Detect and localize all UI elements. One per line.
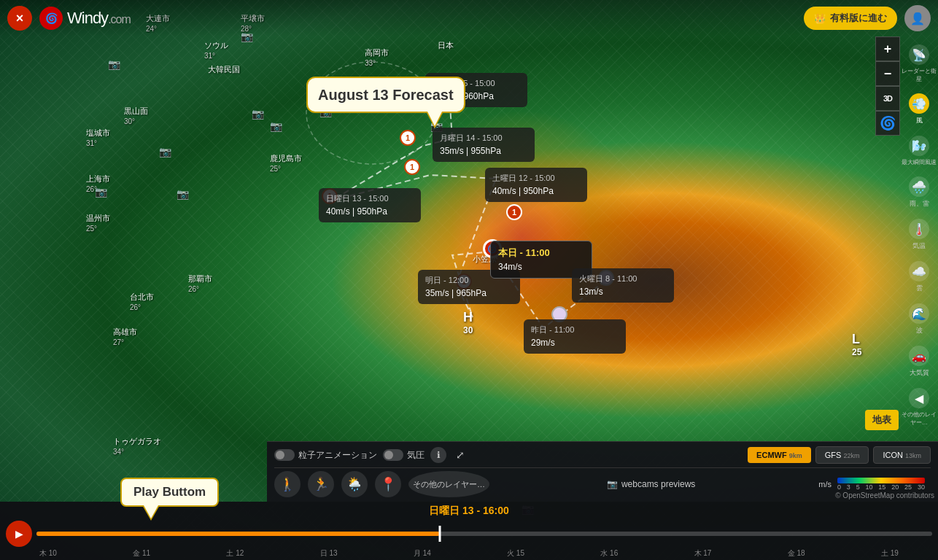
camera-4[interactable]: 📷 (108, 58, 120, 70)
sidebar-label-temp: 気温 (912, 241, 926, 251)
sidebar-item-gust[interactable]: 🌬️ 最大瞬間風速 (900, 131, 938, 171)
sidebar-label-gust: 最大瞬間風速 (902, 158, 937, 166)
user-avatar[interactable]: 👤 (904, 5, 931, 31)
camera-10[interactable]: 📷 (159, 146, 171, 158)
rain-icon: 🌧️ (909, 176, 929, 197)
wind-scale-bar (837, 478, 925, 483)
person-icon: 🚶 (274, 471, 301, 497)
zoom-in-button[interactable]: + (875, 36, 900, 61)
attribution: © OpenStreetMap contributors (835, 491, 934, 499)
sidebar-item-air[interactable]: 🚗 大気質 (900, 341, 938, 382)
gust-icon: 🌬️ (909, 136, 929, 156)
camera-3[interactable]: 📷 (252, 108, 264, 120)
sidebar-item-rain[interactable]: 🌧️ 雨、雷 (900, 172, 938, 213)
gfs-model-button[interactable]: GFS 22km (815, 446, 869, 464)
forecast-annotation: August 13 Forecast (306, 77, 465, 113)
temp-icon: 🌡️ (909, 219, 929, 239)
pressure-l: L25 (852, 332, 861, 357)
3d-button[interactable]: 3D (875, 86, 900, 111)
timeline-cursor (438, 526, 441, 542)
infobox-sat12: 土曜日 12 - 15:00 40m/s | 950hPa (485, 168, 587, 202)
premium-button[interactable]: 👑 有料版に進む (804, 7, 897, 30)
sidebar-label-more: その他のレイヤー… (902, 411, 937, 427)
timeline-progress (36, 532, 440, 536)
typhoon-button[interactable]: 🌀 (875, 111, 900, 136)
cloud-icon: ☁️ (909, 261, 929, 281)
wave-icon: 🌊 (909, 303, 929, 324)
sidebar-label-rain: 雨、雷 (910, 199, 929, 209)
particle-animation-toggle[interactable]: 粒子アニメーション (274, 449, 377, 462)
map-controls: + − 3D 🌀 (875, 36, 900, 136)
more-icon: その他のレイヤー… (408, 471, 489, 497)
sidebar-label-cloud: 雲 (916, 284, 923, 293)
camera-9[interactable]: 📷 (270, 120, 282, 132)
infobox-sun13: 日曜日 13 - 15:00 40m/s | 950hPa (319, 188, 421, 222)
activity-layer-btn[interactable]: 🏃 (308, 471, 334, 497)
camera-5[interactable]: 📷 (95, 186, 107, 198)
wind-scale-numbers: 0351015202530 (837, 483, 925, 491)
sidebar-label-wind: 風 (916, 116, 923, 125)
expand-button[interactable]: ⤢ (452, 447, 468, 463)
sidebar-item-more[interactable]: ◀ その他のレイヤー… (900, 384, 938, 431)
webcam-button[interactable]: 📷 webcams previews (607, 479, 695, 489)
sidebar-label-wave: 波 (916, 326, 923, 335)
camera-6[interactable]: 📷 (177, 188, 189, 200)
sidebar-label-air: 大気質 (910, 368, 929, 378)
infobox-mon14: 月曜日 14 - 15:00 35m/s | 955hPa (433, 128, 535, 162)
info-button[interactable]: ℹ (430, 447, 446, 463)
weather-icon: 🌦️ (341, 471, 368, 497)
pin-layer-btn[interactable]: 📍 (375, 471, 401, 497)
track-dot-1e[interactable]: 1 (400, 130, 416, 146)
sidebar-item-radar[interactable]: 📡 レーダーと衛星 (900, 40, 938, 88)
infobox-yesterday: 昨日 - 11:00 29m/s (524, 319, 626, 354)
webcam-icon: 📷 (607, 479, 618, 489)
windy-logo-text: Windy.com (67, 9, 131, 28)
windy-logo-icon: 🌀 (39, 7, 63, 30)
infobox-tue8: 火曜日 8 - 11:00 13m/s (572, 268, 674, 303)
timeline-track[interactable] (36, 532, 932, 536)
air-icon: 🚗 (909, 346, 929, 366)
pressure-toggle[interactable]: 気圧 (383, 449, 425, 462)
pin-icon: 📍 (375, 471, 401, 497)
right-sidebar: 📡 レーダーと衛星 💨 風 🌬️ 最大瞬間風速 🌧️ 雨、雷 🌡️ 気温 ☁️ … (900, 36, 938, 435)
wind-icon: 💨 (909, 93, 929, 114)
person-layer-btn[interactable]: 🚶 (274, 471, 301, 497)
sidebar-item-cloud[interactable]: ☁️ 雲 (900, 257, 938, 298)
track-dot-1c[interactable]: 1 (404, 159, 420, 175)
more-layers-icon: ◀ (909, 388, 929, 408)
timeline-labels: 木 10金 11土 12日 13月 14火 15水 16木 17金 18土 19 (0, 547, 938, 560)
sidebar-item-wind[interactable]: 💨 風 (900, 89, 938, 130)
model-selector: ECMWF 9km GFS 22km ICON 13km (748, 446, 931, 464)
more-layer-btn[interactable]: その他のレイヤー… (408, 471, 489, 497)
top-bar: × 🌀 Windy.com 👑 有料版に進む 👤 (0, 0, 938, 36)
icon-model-button[interactable]: ICON 13km (873, 446, 931, 464)
surface-button[interactable]: 地表 (865, 410, 899, 430)
close-button[interactable]: × (7, 6, 32, 31)
bottom-bar: 日曜日 13 - 16:00 ▶ 木 10金 11土 12日 13月 14火 1… (0, 502, 938, 560)
play-annotation: Play Buttom (120, 478, 219, 507)
play-button[interactable]: ▶ (6, 521, 32, 547)
radar-icon: 📡 (909, 44, 929, 65)
timeline[interactable]: ▶ (0, 521, 938, 547)
track-dot-1a[interactable]: 1 (506, 204, 522, 220)
zoom-out-button[interactable]: − (875, 61, 900, 86)
pressure-h: H30 (463, 310, 473, 335)
weather-layer-btn[interactable]: 🌦️ (341, 471, 368, 497)
sidebar-item-wave[interactable]: 🌊 波 (900, 299, 938, 340)
sidebar-label-radar: レーダーと衛星 (902, 67, 937, 83)
ecmwf-model-button[interactable]: ECMWF 9km (748, 447, 811, 463)
logo-area: 🌀 Windy.com (39, 7, 131, 30)
sidebar-item-temp[interactable]: 🌡️ 気温 (900, 214, 938, 255)
activity-icon: 🏃 (308, 471, 334, 497)
